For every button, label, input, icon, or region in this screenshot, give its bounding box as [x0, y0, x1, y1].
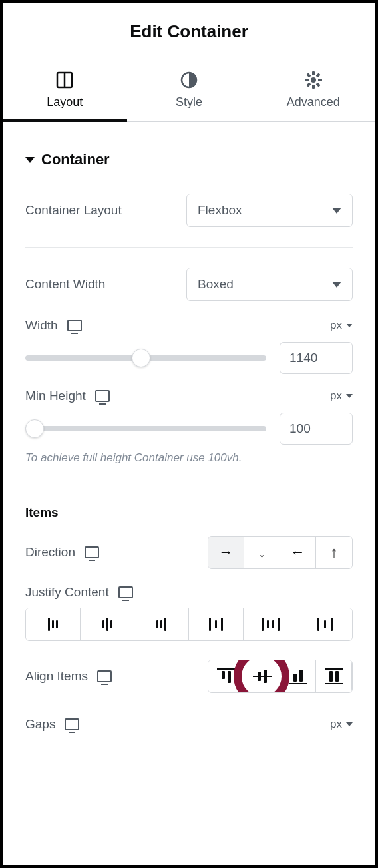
- unit-value: px: [330, 718, 342, 731]
- label-justify: Justify Content: [25, 585, 109, 600]
- label-direction: Direction: [25, 545, 75, 560]
- panel-header: Edit Container: [3, 3, 375, 58]
- justify-center[interactable]: [81, 608, 135, 640]
- tab-label: Advanced: [287, 95, 340, 109]
- section-title: Container: [41, 151, 110, 168]
- arrow-right-icon: →: [219, 544, 234, 561]
- slider-row-minheight: [25, 413, 353, 445]
- align-stretch[interactable]: [316, 660, 352, 692]
- justify-group: [25, 608, 353, 641]
- justify-start[interactable]: [26, 608, 81, 640]
- control-width-header: Width px: [25, 318, 353, 333]
- justify-around-icon: [262, 618, 280, 631]
- control-minheight-header: Min Height px: [25, 389, 353, 403]
- select-value: Flexbox: [198, 203, 242, 218]
- unit-picker-minheight[interactable]: px: [330, 389, 353, 403]
- svg-rect-7: [318, 79, 322, 81]
- svg-point-3: [311, 77, 316, 83]
- control-justify-header: Justify Content: [25, 585, 353, 600]
- control-direction: Direction → ↓ ← ↑: [25, 536, 353, 569]
- divider: [25, 485, 353, 485]
- justify-end[interactable]: [134, 608, 189, 640]
- justify-evenly[interactable]: [297, 608, 352, 640]
- divider: [25, 247, 353, 248]
- unit-value: px: [330, 389, 342, 403]
- select-content-width[interactable]: Boxed: [186, 268, 353, 301]
- tab-label: Style: [176, 95, 202, 109]
- svg-rect-11: [315, 83, 320, 87]
- label-gaps: Gaps: [25, 717, 55, 732]
- tab-label: Layout: [47, 95, 83, 109]
- desktop-icon[interactable]: [95, 390, 110, 402]
- svg-rect-5: [312, 85, 315, 89]
- svg-rect-4: [312, 71, 315, 75]
- panel-body: Container Container Layout Flexbox Conte…: [3, 122, 375, 732]
- control-gaps: Gaps px: [25, 717, 353, 732]
- unit-value: px: [330, 319, 342, 332]
- desktop-icon[interactable]: [118, 586, 133, 598]
- tab-layout[interactable]: Layout: [3, 58, 127, 121]
- desktop-icon[interactable]: [85, 546, 99, 558]
- chevron-down-icon: [346, 324, 353, 327]
- slider-width[interactable]: [25, 349, 266, 367]
- unit-picker-width[interactable]: px: [330, 319, 353, 332]
- desktop-icon[interactable]: [65, 718, 79, 730]
- hint-min-height: To achieve full height Container use 100…: [25, 451, 353, 465]
- align-group: [208, 660, 353, 693]
- gear-icon: [305, 71, 322, 89]
- align-center[interactable]: [244, 660, 280, 692]
- align-end[interactable]: [280, 660, 316, 692]
- desktop-icon[interactable]: [67, 320, 82, 331]
- subheading-items: Items: [25, 505, 353, 520]
- direction-row[interactable]: →: [208, 537, 244, 568]
- slider-track: [25, 426, 266, 431]
- section-toggle-container[interactable]: Container: [25, 151, 353, 168]
- arrow-left-icon: ←: [291, 544, 305, 561]
- slider-min-height[interactable]: [25, 419, 266, 438]
- chevron-down-icon: [332, 208, 341, 214]
- arrow-down-icon: ↓: [258, 544, 266, 561]
- input-min-height[interactable]: [280, 413, 353, 445]
- justify-between[interactable]: [189, 608, 244, 640]
- control-content-width: Content Width Boxed: [25, 268, 353, 301]
- align-start[interactable]: [208, 660, 244, 692]
- tab-advanced[interactable]: Advanced: [251, 58, 375, 121]
- chevron-down-icon: [346, 394, 353, 398]
- slider-thumb[interactable]: [132, 349, 150, 367]
- align-center-icon: [253, 668, 272, 684]
- slider-row-width: [25, 342, 353, 374]
- justify-center-icon: [102, 618, 112, 631]
- control-align-items: Align Items: [25, 660, 353, 693]
- label-container-layout: Container Layout: [25, 203, 122, 218]
- justify-between-icon: [209, 618, 223, 631]
- layout-icon: [56, 71, 73, 89]
- direction-row-reverse[interactable]: ←: [280, 537, 316, 568]
- svg-rect-6: [305, 79, 309, 81]
- desktop-icon[interactable]: [97, 670, 112, 682]
- style-icon: [180, 71, 198, 89]
- align-end-icon: [289, 668, 307, 684]
- unit-picker-gaps[interactable]: px: [330, 718, 353, 731]
- align-stretch-icon: [325, 668, 343, 684]
- direction-column[interactable]: ↓: [244, 537, 280, 568]
- svg-rect-10: [306, 73, 311, 77]
- select-container-layout[interactable]: Flexbox: [186, 194, 353, 227]
- input-width[interactable]: [280, 342, 353, 374]
- arrow-up-icon: ↑: [331, 544, 338, 561]
- svg-rect-8: [315, 73, 320, 77]
- select-value: Boxed: [198, 277, 234, 292]
- caret-down-icon: [25, 157, 35, 163]
- chevron-down-icon: [346, 722, 353, 726]
- slider-thumb[interactable]: [25, 419, 44, 438]
- svg-rect-9: [306, 83, 311, 87]
- justify-end-icon: [156, 618, 166, 631]
- tabs: Layout Style Advanced: [3, 58, 375, 122]
- label-width: Width: [25, 318, 58, 333]
- label-min-height: Min Height: [25, 389, 86, 403]
- justify-around[interactable]: [244, 608, 298, 640]
- panel-title: Edit Container: [3, 21, 375, 42]
- label-align-items: Align Items: [25, 669, 88, 684]
- direction-group: → ↓ ← ↑: [208, 536, 353, 569]
- tab-style[interactable]: Style: [127, 58, 252, 121]
- direction-column-reverse[interactable]: ↑: [316, 537, 352, 568]
